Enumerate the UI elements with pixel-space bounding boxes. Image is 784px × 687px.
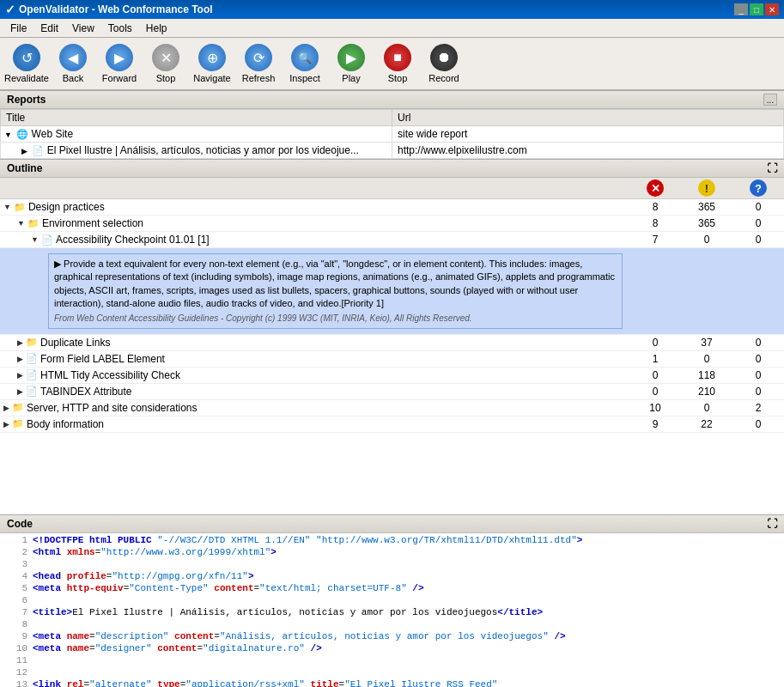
code-line-5: 5 <meta http-equiv="Content-Type" conten… xyxy=(0,583,784,595)
doc-icon-checkpoint: 📄 xyxy=(41,234,53,246)
folder-icon-body: 📁 xyxy=(12,418,24,429)
warning-col-icon: ! xyxy=(698,179,715,197)
code-line-12: 12 xyxy=(0,667,784,679)
menu-help[interactable]: Help xyxy=(139,21,174,36)
navigate-icon: ⊕ xyxy=(198,44,226,71)
forward-button[interactable]: ▶ Forward xyxy=(98,41,141,86)
expand-design-practices[interactable]: ▼ xyxy=(3,203,11,211)
row-title-1: El Pixel Ilustre | Análisis, artículos, … xyxy=(47,144,359,156)
expand-html-tidy[interactable]: ▶ xyxy=(17,371,23,380)
doc-icon-tabindex: 📄 xyxy=(26,386,38,397)
app-icon: ✓ xyxy=(5,3,15,16)
minimize-button[interactable]: _ xyxy=(734,3,748,15)
expand-checkpoint[interactable]: ▼ xyxy=(31,235,39,244)
reports-col-title: Title xyxy=(1,110,392,126)
inspect-button[interactable]: 🔍 Inspect xyxy=(283,41,326,86)
outline-col-warnings: ! xyxy=(681,178,732,198)
code-line-1: 1 <!DOCTFPE html PUBLIC "-//W3C//DTD XHT… xyxy=(0,535,784,547)
back-button[interactable]: ◀ Back xyxy=(52,41,94,86)
menu-view[interactable]: View xyxy=(65,21,101,36)
maximize-button[interactable]: □ xyxy=(750,3,763,15)
info-duplicate-links: 0 xyxy=(732,335,784,350)
outline-row-design-practices[interactable]: ▼ 📁 Design practices 8 365 0 xyxy=(0,199,784,216)
revalidate-icon: ↺ xyxy=(13,44,40,71)
errors-tabindex: 0 xyxy=(629,384,681,399)
reports-header: Reports ... xyxy=(0,91,784,109)
outline-row-tabindex[interactable]: ▶ 📄 TABINDEX Attribute 0 210 0 xyxy=(0,384,784,400)
code-expand-icon: ⛶ xyxy=(767,518,777,530)
reports-label: Reports xyxy=(7,94,46,106)
expand-body[interactable]: ▶ xyxy=(3,420,9,429)
info-design-practices: 0 xyxy=(732,199,784,215)
info-col-icon: ? xyxy=(750,179,767,197)
reports-row-1[interactable]: ▶ 📄 El Pixel Ilustre | Análisis, artícul… xyxy=(1,143,784,159)
info-form-label: 0 xyxy=(732,351,784,367)
label-duplicate-links: Duplicate Links xyxy=(40,337,110,349)
expand-form-label[interactable]: ▶ xyxy=(17,355,23,363)
record-icon: ⏺ xyxy=(430,44,458,71)
code-line-2: 2 <html xmlns="http://www.w3.org/1999/xh… xyxy=(0,547,784,559)
outline-col-name xyxy=(0,178,629,198)
outline-col-errors: ✕ xyxy=(629,178,681,198)
info-environment: 0 xyxy=(732,216,784,231)
outline-row-duplicate-links[interactable]: ▶ 📁 Duplicate Links 0 37 0 xyxy=(0,335,784,351)
folder-icon-design: 📁 xyxy=(14,202,26,213)
refresh-icon: ⟳ xyxy=(245,44,272,71)
desc-text: ▶ Provide a text equivalent for every no… xyxy=(54,258,615,308)
reports-expand-button[interactable]: ... xyxy=(763,94,777,106)
errors-server: 10 xyxy=(629,400,681,416)
label-body: Body information xyxy=(27,418,104,430)
menu-file[interactable]: File xyxy=(3,21,33,36)
refresh-button[interactable]: ⟳ Refresh xyxy=(237,41,280,86)
info-server: 2 xyxy=(732,400,784,416)
outline-row-environment[interactable]: ▼ 📁 Environment selection 8 365 0 xyxy=(0,216,784,232)
expand-server[interactable]: ▶ xyxy=(3,404,9,412)
reports-cell-title-1: ▶ 📄 El Pixel Ilustre | Análisis, artícul… xyxy=(1,143,392,159)
reports-cell-url-0: site wide report xyxy=(392,126,784,143)
row-title-0: Web Site xyxy=(32,128,73,140)
close-button[interactable]: ✕ xyxy=(765,3,779,15)
menu-tools[interactable]: Tools xyxy=(101,21,139,36)
errors-checkpoint: 7 xyxy=(629,232,681,247)
outline-description-row: ▶ Provide a text equivalent for every no… xyxy=(0,248,784,335)
warnings-form-label: 0 xyxy=(681,351,732,367)
errors-form-label: 1 xyxy=(629,351,681,367)
warnings-body: 22 xyxy=(681,416,732,432)
expand-environment[interactable]: ▼ xyxy=(17,219,25,228)
stop2-button[interactable]: ■ Stop xyxy=(376,41,419,86)
doc-icon-form: 📄 xyxy=(26,353,38,364)
outline-row-form-label[interactable]: ▶ 📄 Form Field LABEL Element 1 0 0 xyxy=(0,351,784,368)
outline-expand-icon: ⛶ xyxy=(767,162,777,174)
stop-toolbar-button[interactable]: ✕ Stop xyxy=(144,41,187,86)
label-server: Server, HTTP and site considerations xyxy=(27,402,198,414)
outline-row-server[interactable]: ▶ 📁 Server, HTTP and site considerations… xyxy=(0,400,784,416)
label-design-practices: Design practices xyxy=(28,201,105,213)
menu-edit[interactable]: Edit xyxy=(33,21,65,36)
warnings-server: 0 xyxy=(681,400,732,416)
record-button[interactable]: ⏺ Record xyxy=(422,41,465,86)
desc-copyright: From Web Content Accessibility Guideline… xyxy=(54,313,617,325)
errors-body: 9 xyxy=(629,416,681,432)
outline-row-html-tidy[interactable]: ▶ 📄 HTML Tidy Accessibility Check 0 118 … xyxy=(0,368,784,384)
code-line-4: 4 <head profile="http://gmpg.org/xfn/11"… xyxy=(0,571,784,583)
outline-row-checkpoint[interactable]: ▼ 📄 Accessibility Checkpoint 01.01 [1] 7… xyxy=(0,232,784,248)
errors-html-tidy: 0 xyxy=(629,368,681,383)
reports-cell-url-1: http://www.elpixelilustre.com xyxy=(392,143,784,159)
code-line-9: 9 <meta name="description" content="Anál… xyxy=(0,631,784,643)
code-header: Code ⛶ xyxy=(0,515,784,533)
navigate-button[interactable]: ⊕ Navigate xyxy=(191,41,234,86)
revalidate-button[interactable]: ↺ Revalidate xyxy=(5,41,48,86)
expand-duplicate-links[interactable]: ▶ xyxy=(17,338,23,347)
outline-row-body[interactable]: ▶ 📁 Body information 9 22 0 xyxy=(0,416,784,433)
reports-row-0[interactable]: ▼ 🌐 Web Site site wide report xyxy=(1,126,784,143)
inspect-icon: 🔍 xyxy=(291,44,319,71)
play-button[interactable]: ▶ Play xyxy=(330,41,373,86)
errors-design-practices: 8 xyxy=(629,199,681,215)
forward-icon: ▶ xyxy=(106,44,133,71)
outline-columns: ✕ ! ? xyxy=(0,178,784,199)
web-icon-0: 🌐 xyxy=(16,129,28,139)
code-line-11: 11 xyxy=(0,655,784,667)
code-label: Code xyxy=(7,518,33,530)
outline-row-desc[interactable]: ▶ Provide a text equivalent for every no… xyxy=(0,248,784,335)
expand-tabindex[interactable]: ▶ xyxy=(17,387,23,396)
